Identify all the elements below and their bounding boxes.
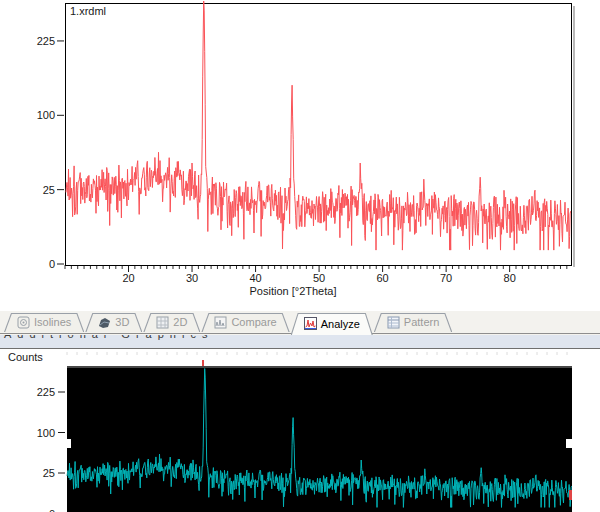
svg-text:0: 0 xyxy=(49,258,55,270)
compare-icon xyxy=(214,316,227,329)
svg-text:60: 60 xyxy=(376,272,388,284)
svg-text:40: 40 xyxy=(249,272,261,284)
pattern-icon xyxy=(387,316,400,329)
plot-shadow xyxy=(573,6,575,267)
svg-text:100: 100 xyxy=(37,427,55,439)
svg-text:50: 50 xyxy=(313,272,325,284)
isolines-icon xyxy=(17,316,30,329)
tab-analyze[interactable]: Analyze xyxy=(291,313,373,335)
left-selection-handle[interactable] xyxy=(62,439,71,448)
svg-text:70: 70 xyxy=(440,272,452,284)
overlay-peak-tip xyxy=(202,360,204,366)
overlay-trace-edge xyxy=(569,490,572,500)
x-axis-title: Position [°2Theta] xyxy=(232,285,354,297)
svg-text:100: 100 xyxy=(37,109,55,121)
right-selection-handle[interactable] xyxy=(566,439,575,448)
tab-label: 2D xyxy=(173,316,187,328)
additional-graphics-header: Additional Graphics xyxy=(0,335,600,349)
svg-text:20: 20 xyxy=(122,272,134,284)
y-axis-title: Counts xyxy=(8,351,43,363)
bottom-plot-area[interactable] xyxy=(67,366,572,512)
tab-label: Analyze xyxy=(321,318,360,330)
tab-label: Pattern xyxy=(404,316,439,328)
svg-text:0: 0 xyxy=(49,508,55,512)
svg-text:225: 225 xyxy=(37,386,55,398)
svg-text:25: 25 xyxy=(43,184,55,196)
svg-text:225: 225 xyxy=(37,35,55,47)
svg-text:30: 30 xyxy=(186,272,198,284)
additional-graphics-panel: Counts 025100225 xyxy=(0,349,600,512)
analyze-icon xyxy=(304,317,317,330)
tab-compare[interactable]: Compare xyxy=(201,313,289,332)
top-plot-area[interactable] xyxy=(65,3,572,266)
svg-text:80: 80 xyxy=(504,272,516,284)
svg-text:25: 25 xyxy=(43,467,55,479)
tab-label: Compare xyxy=(231,316,276,328)
tab-2d[interactable]: 2D xyxy=(143,313,200,332)
analyze-chart-panel: 02510022520304050607080 1.xrdml Position… xyxy=(0,0,600,311)
view-tab-bar: Isolines3D2DCompareAnalyzePattern xyxy=(0,311,600,335)
tab-list: Isolines3D2DCompareAnalyzePattern xyxy=(4,313,453,335)
tab-3d[interactable]: 3D xyxy=(85,313,142,332)
clipped-header-text: Additional Graphics xyxy=(4,335,600,340)
3d-icon xyxy=(98,316,111,329)
scan-file-label: 1.xrdml xyxy=(70,5,106,17)
tab-isolines[interactable]: Isolines xyxy=(4,313,84,332)
2d-icon xyxy=(156,316,169,329)
tab-label: Isolines xyxy=(34,316,71,328)
tab-pattern[interactable]: Pattern xyxy=(374,313,452,332)
tab-label: 3D xyxy=(115,316,129,328)
app-window: 02510022520304050607080 1.xrdml Position… xyxy=(0,0,600,512)
